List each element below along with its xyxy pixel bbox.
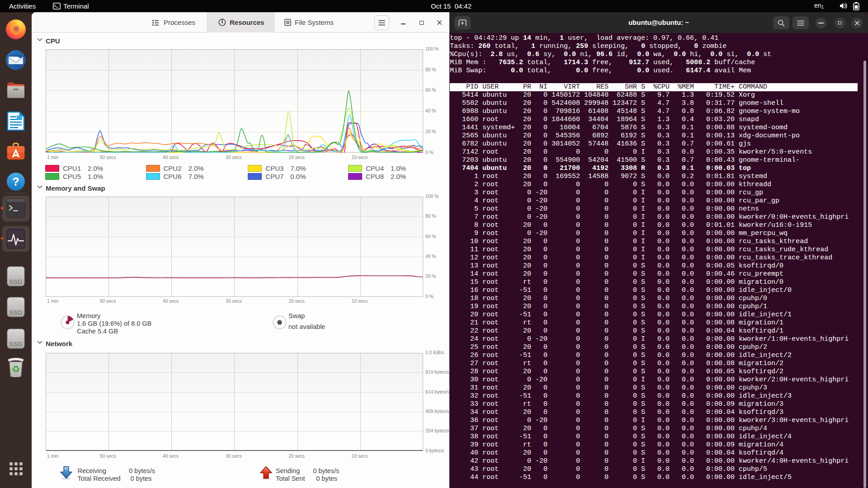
- svg-text:♻: ♻: [12, 364, 20, 374]
- svg-text:SSD: SSD: [9, 278, 22, 285]
- svg-text:SSD: SSD: [9, 309, 22, 316]
- svg-text:SSD: SSD: [9, 341, 22, 347]
- svg-text:?: ?: [12, 175, 19, 188]
